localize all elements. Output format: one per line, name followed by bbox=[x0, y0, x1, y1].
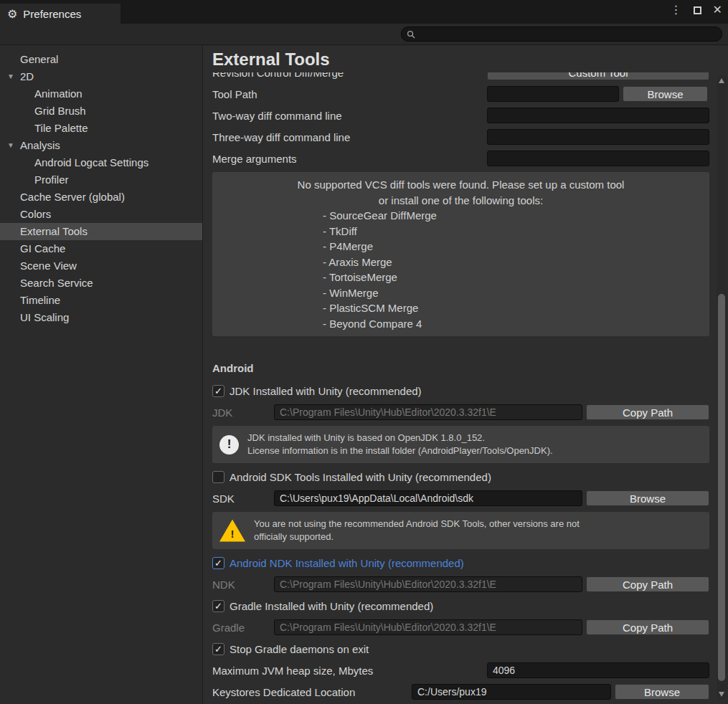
ndk-copy-path-button[interactable]: Copy Path bbox=[586, 576, 709, 592]
android-section-header: Android bbox=[212, 362, 709, 374]
ndk-path-label: NDK bbox=[212, 579, 270, 591]
keystores-browse-button[interactable]: Browse bbox=[615, 684, 709, 700]
sidebar-item-label: Search Service bbox=[20, 277, 93, 289]
gradle-installed-label: Gradle Installed with Unity (recommended… bbox=[230, 600, 433, 612]
check-icon: ✓ bbox=[214, 558, 222, 568]
jvm-heap-row: Maximum JVM heap size, Mbytes bbox=[212, 662, 709, 678]
sidebar-item-2d[interactable]: ▼2D bbox=[0, 68, 202, 85]
tool-path-browse-button[interactable]: Browse bbox=[623, 86, 708, 102]
search-input[interactable] bbox=[419, 29, 717, 39]
scrollbar-thumb[interactable] bbox=[718, 294, 725, 681]
ndk-installed-label: Android NDK Installed with Unity (recomm… bbox=[230, 557, 464, 569]
maximize-icon[interactable] bbox=[694, 6, 701, 14]
sdk-path-label: SDK bbox=[212, 493, 270, 505]
sdk-warning-box: ! You are not using the recommended Andr… bbox=[212, 512, 709, 549]
stop-gradle-daemons-label: Stop Gradle daemons on exit bbox=[230, 643, 369, 655]
page-title: External Tools bbox=[203, 45, 728, 72]
vcs-tool-item: - PlasticSCM Merge bbox=[323, 300, 702, 316]
gradle-path-label: Gradle bbox=[212, 622, 270, 634]
sidebar-item-animation[interactable]: Animation bbox=[0, 85, 202, 103]
sidebar-item-label: Analysis bbox=[20, 139, 60, 151]
sidebar-item-label: 2D bbox=[20, 70, 34, 82]
two-way-diff-input[interactable] bbox=[487, 108, 709, 123]
jdk-info-box: ! JDK installed with Unity is based on O… bbox=[212, 426, 709, 463]
revision-merge-dropdown[interactable]: Custom Tool bbox=[487, 72, 709, 80]
settings-scroll-area[interactable]: Revision Control Diff/Merge Custom Tool … bbox=[203, 72, 728, 704]
gradle-path-input bbox=[274, 619, 582, 635]
three-way-diff-input[interactable] bbox=[487, 129, 709, 145]
jdk-path-row: JDK Copy Path bbox=[212, 404, 709, 420]
gradle-installed-checkbox[interactable]: ✓ bbox=[212, 600, 224, 612]
sdk-installed-checkbox[interactable]: ✓ bbox=[212, 471, 224, 483]
sdk-path-input[interactable] bbox=[274, 490, 582, 506]
tool-path-row: Tool Path Browse bbox=[212, 86, 709, 102]
sidebar-item-label: Colors bbox=[20, 208, 51, 220]
vcs-tool-item: - SourceGear DiffMerge bbox=[323, 208, 702, 224]
check-icon: ✓ bbox=[214, 601, 222, 611]
close-icon[interactable]: ✕ bbox=[713, 4, 722, 16]
sidebar-item-tile-palette[interactable]: Tile Palette bbox=[0, 120, 202, 137]
sidebar-item-profiler[interactable]: Profiler bbox=[0, 171, 202, 189]
window-controls: ⋮ ✕ bbox=[671, 4, 722, 16]
jdk-copy-path-button[interactable]: Copy Path bbox=[586, 404, 709, 420]
ndk-installed-checkbox[interactable]: ✓ bbox=[212, 557, 224, 569]
scroll-up-icon[interactable] bbox=[719, 78, 724, 83]
keystores-location-input[interactable] bbox=[412, 684, 611, 700]
vcs-tools-notice: No supported VCS diff tools were found. … bbox=[212, 172, 709, 336]
jdk-info-line: JDK installed with Unity is based on Ope… bbox=[247, 432, 485, 443]
sdk-warning-line: You are not using the recommended Androi… bbox=[254, 518, 580, 529]
ndk-path-row: NDK Copy Path bbox=[212, 576, 709, 592]
vertical-scrollbar[interactable] bbox=[717, 75, 727, 700]
sidebar-item-colors[interactable]: Colors bbox=[0, 206, 202, 223]
check-icon: ✓ bbox=[214, 386, 222, 396]
sidebar-item-android-logcat-settings[interactable]: Android Logcat Settings bbox=[0, 154, 202, 171]
menu-icon[interactable]: ⋮ bbox=[671, 4, 682, 16]
search-box[interactable] bbox=[401, 27, 722, 42]
vcs-tool-item: - Beyond Compare 4 bbox=[323, 316, 702, 332]
sidebar-item-grid-brush[interactable]: Grid Brush bbox=[0, 103, 202, 120]
sdk-browse-button[interactable]: Browse bbox=[586, 490, 709, 506]
jdk-installed-checkbox[interactable]: ✓ bbox=[212, 385, 224, 397]
info-icon: ! bbox=[219, 435, 239, 455]
gradle-copy-path-button[interactable]: Copy Path bbox=[586, 619, 709, 635]
foldout-open-icon[interactable]: ▼ bbox=[7, 137, 14, 154]
jdk-installed-label: JDK Installed with Unity (recommended) bbox=[230, 385, 422, 397]
foldout-open-icon[interactable]: ▼ bbox=[7, 68, 14, 85]
ndk-path-input bbox=[274, 576, 582, 592]
sidebar-item-general[interactable]: General bbox=[0, 51, 202, 68]
merge-arguments-label: Merge arguments bbox=[212, 153, 483, 165]
dropdown-value: Custom Tool bbox=[568, 72, 628, 79]
revision-control-label: Revision Control Diff/Merge bbox=[212, 72, 483, 79]
merge-arguments-input[interactable] bbox=[487, 151, 709, 166]
preferences-tab[interactable]: ⚙ Preferences bbox=[0, 4, 120, 24]
gradle-path-row: Gradle Copy Path bbox=[212, 619, 709, 635]
sidebar-item-external-tools[interactable]: External Tools bbox=[0, 223, 202, 240]
sidebar-item-analysis[interactable]: ▼Analysis bbox=[0, 137, 202, 154]
keystores-location-row: Keystores Dedicated Location Browse bbox=[212, 684, 709, 700]
ndk-installed-row: ✓ Android NDK Installed with Unity (reco… bbox=[212, 555, 709, 571]
stop-gradle-daemons-checkbox[interactable]: ✓ bbox=[212, 643, 224, 655]
jvm-heap-input[interactable] bbox=[487, 662, 709, 678]
jvm-heap-label: Maximum JVM heap size, Mbytes bbox=[212, 665, 483, 677]
vcs-tool-item: - Araxis Merge bbox=[323, 255, 702, 270]
sidebar-item-ui-scaling[interactable]: UI Scaling bbox=[0, 309, 202, 326]
warning-icon: ! bbox=[219, 520, 245, 542]
keystores-location-label: Keystores Dedicated Location bbox=[212, 686, 408, 698]
three-way-diff-row: Three-way diff command line bbox=[212, 129, 709, 145]
sidebar-item-timeline[interactable]: Timeline bbox=[0, 292, 202, 309]
sidebar-item-gi-cache[interactable]: GI Cache bbox=[0, 240, 202, 257]
sidebar-item-cache-server[interactable]: Cache Server (global) bbox=[0, 189, 202, 206]
tool-path-input[interactable] bbox=[487, 86, 619, 102]
sidebar-item-scene-view[interactable]: Scene View bbox=[0, 257, 202, 275]
sidebar-item-label: Tile Palette bbox=[34, 122, 88, 134]
scroll-down-icon[interactable] bbox=[719, 692, 724, 697]
revision-control-diff-merge-row: Revision Control Diff/Merge Custom Tool bbox=[212, 72, 709, 80]
sidebar-item-label: Android Logcat Settings bbox=[34, 156, 148, 168]
sidebar-item-label: Timeline bbox=[20, 294, 60, 306]
two-way-diff-row: Two-way diff command line bbox=[212, 108, 709, 123]
sidebar-item-search-service[interactable]: Search Service bbox=[0, 275, 202, 292]
jdk-path-input bbox=[274, 404, 582, 420]
window-title: Preferences bbox=[23, 8, 81, 20]
external-tools-panel: External Tools Revision Control Diff/Mer… bbox=[203, 45, 728, 704]
sdk-installed-row: ✓ Android SDK Tools Installed with Unity… bbox=[212, 469, 709, 485]
